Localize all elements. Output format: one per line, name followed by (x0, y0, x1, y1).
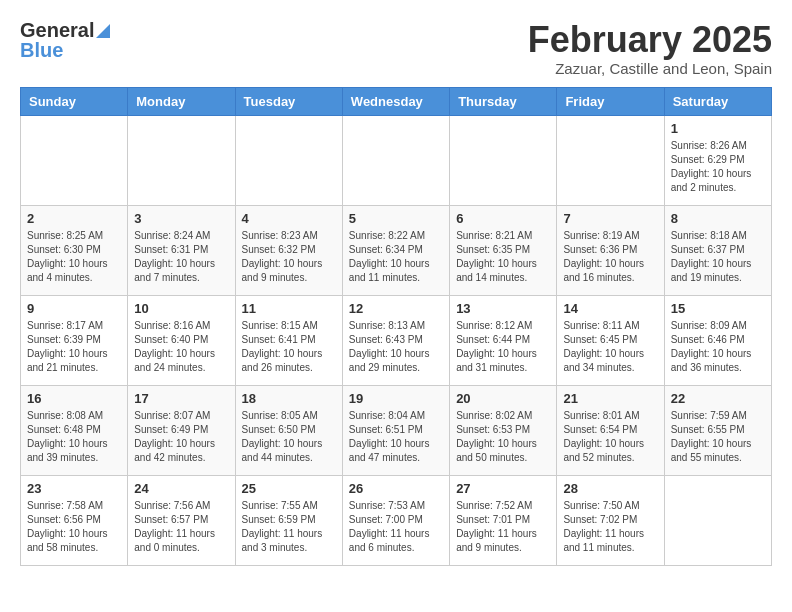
day-number: 24 (134, 481, 228, 496)
day-info: Sunrise: 8:04 AM Sunset: 6:51 PM Dayligh… (349, 409, 443, 465)
day-number: 19 (349, 391, 443, 406)
table-cell (128, 115, 235, 205)
week-row-5: 23Sunrise: 7:58 AM Sunset: 6:56 PM Dayli… (21, 475, 772, 565)
table-cell: 19Sunrise: 8:04 AM Sunset: 6:51 PM Dayli… (342, 385, 449, 475)
day-number: 14 (563, 301, 657, 316)
day-info: Sunrise: 8:24 AM Sunset: 6:31 PM Dayligh… (134, 229, 228, 285)
day-number: 3 (134, 211, 228, 226)
week-row-1: 1Sunrise: 8:26 AM Sunset: 6:29 PM Daylig… (21, 115, 772, 205)
table-cell: 5Sunrise: 8:22 AM Sunset: 6:34 PM Daylig… (342, 205, 449, 295)
table-cell: 28Sunrise: 7:50 AM Sunset: 7:02 PM Dayli… (557, 475, 664, 565)
table-cell: 9Sunrise: 8:17 AM Sunset: 6:39 PM Daylig… (21, 295, 128, 385)
day-number: 20 (456, 391, 550, 406)
col-wednesday: Wednesday (342, 87, 449, 115)
day-number: 6 (456, 211, 550, 226)
table-cell: 1Sunrise: 8:26 AM Sunset: 6:29 PM Daylig… (664, 115, 771, 205)
day-info: Sunrise: 8:22 AM Sunset: 6:34 PM Dayligh… (349, 229, 443, 285)
table-cell: 22Sunrise: 7:59 AM Sunset: 6:55 PM Dayli… (664, 385, 771, 475)
day-info: Sunrise: 8:12 AM Sunset: 6:44 PM Dayligh… (456, 319, 550, 375)
day-info: Sunrise: 8:11 AM Sunset: 6:45 PM Dayligh… (563, 319, 657, 375)
day-info: Sunrise: 8:15 AM Sunset: 6:41 PM Dayligh… (242, 319, 336, 375)
day-number: 18 (242, 391, 336, 406)
table-cell: 17Sunrise: 8:07 AM Sunset: 6:49 PM Dayli… (128, 385, 235, 475)
table-cell: 8Sunrise: 8:18 AM Sunset: 6:37 PM Daylig… (664, 205, 771, 295)
day-info: Sunrise: 8:07 AM Sunset: 6:49 PM Dayligh… (134, 409, 228, 465)
table-cell: 26Sunrise: 7:53 AM Sunset: 7:00 PM Dayli… (342, 475, 449, 565)
table-cell: 20Sunrise: 8:02 AM Sunset: 6:53 PM Dayli… (450, 385, 557, 475)
day-number: 4 (242, 211, 336, 226)
day-number: 28 (563, 481, 657, 496)
day-info: Sunrise: 8:19 AM Sunset: 6:36 PM Dayligh… (563, 229, 657, 285)
day-info: Sunrise: 8:05 AM Sunset: 6:50 PM Dayligh… (242, 409, 336, 465)
day-number: 16 (27, 391, 121, 406)
day-number: 12 (349, 301, 443, 316)
day-info: Sunrise: 7:50 AM Sunset: 7:02 PM Dayligh… (563, 499, 657, 555)
day-info: Sunrise: 8:02 AM Sunset: 6:53 PM Dayligh… (456, 409, 550, 465)
calendar-location: Zazuar, Castille and Leon, Spain (528, 60, 772, 77)
calendar-header-row: Sunday Monday Tuesday Wednesday Thursday… (21, 87, 772, 115)
day-number: 15 (671, 301, 765, 316)
day-info: Sunrise: 8:08 AM Sunset: 6:48 PM Dayligh… (27, 409, 121, 465)
day-number: 23 (27, 481, 121, 496)
logo-general-text: General (20, 20, 94, 40)
table-cell: 7Sunrise: 8:19 AM Sunset: 6:36 PM Daylig… (557, 205, 664, 295)
table-cell (450, 115, 557, 205)
table-cell (235, 115, 342, 205)
table-cell: 14Sunrise: 8:11 AM Sunset: 6:45 PM Dayli… (557, 295, 664, 385)
svg-marker-0 (96, 24, 110, 38)
day-number: 13 (456, 301, 550, 316)
table-cell: 11Sunrise: 8:15 AM Sunset: 6:41 PM Dayli… (235, 295, 342, 385)
day-info: Sunrise: 8:26 AM Sunset: 6:29 PM Dayligh… (671, 139, 765, 195)
day-number: 8 (671, 211, 765, 226)
day-number: 21 (563, 391, 657, 406)
day-info: Sunrise: 8:21 AM Sunset: 6:35 PM Dayligh… (456, 229, 550, 285)
day-info: Sunrise: 7:55 AM Sunset: 6:59 PM Dayligh… (242, 499, 336, 555)
table-cell: 10Sunrise: 8:16 AM Sunset: 6:40 PM Dayli… (128, 295, 235, 385)
calendar-title-block: February 2025 Zazuar, Castille and Leon,… (528, 20, 772, 77)
table-cell: 25Sunrise: 7:55 AM Sunset: 6:59 PM Dayli… (235, 475, 342, 565)
day-number: 2 (27, 211, 121, 226)
table-cell: 27Sunrise: 7:52 AM Sunset: 7:01 PM Dayli… (450, 475, 557, 565)
day-number: 5 (349, 211, 443, 226)
page-header: General Blue February 2025 Zazuar, Casti… (20, 20, 772, 77)
day-number: 17 (134, 391, 228, 406)
col-sunday: Sunday (21, 87, 128, 115)
logo-blue-text: Blue (20, 40, 63, 60)
table-cell: 16Sunrise: 8:08 AM Sunset: 6:48 PM Dayli… (21, 385, 128, 475)
week-row-2: 2Sunrise: 8:25 AM Sunset: 6:30 PM Daylig… (21, 205, 772, 295)
table-cell (342, 115, 449, 205)
logo: General Blue (20, 20, 110, 60)
table-cell: 2Sunrise: 8:25 AM Sunset: 6:30 PM Daylig… (21, 205, 128, 295)
day-number: 25 (242, 481, 336, 496)
table-cell (664, 475, 771, 565)
week-row-4: 16Sunrise: 8:08 AM Sunset: 6:48 PM Dayli… (21, 385, 772, 475)
col-thursday: Thursday (450, 87, 557, 115)
day-info: Sunrise: 8:01 AM Sunset: 6:54 PM Dayligh… (563, 409, 657, 465)
day-info: Sunrise: 8:25 AM Sunset: 6:30 PM Dayligh… (27, 229, 121, 285)
day-info: Sunrise: 8:17 AM Sunset: 6:39 PM Dayligh… (27, 319, 121, 375)
table-cell: 23Sunrise: 7:58 AM Sunset: 6:56 PM Dayli… (21, 475, 128, 565)
day-number: 1 (671, 121, 765, 136)
day-number: 9 (27, 301, 121, 316)
table-cell: 4Sunrise: 8:23 AM Sunset: 6:32 PM Daylig… (235, 205, 342, 295)
day-number: 27 (456, 481, 550, 496)
table-cell: 21Sunrise: 8:01 AM Sunset: 6:54 PM Dayli… (557, 385, 664, 475)
day-info: Sunrise: 7:52 AM Sunset: 7:01 PM Dayligh… (456, 499, 550, 555)
col-saturday: Saturday (664, 87, 771, 115)
day-info: Sunrise: 8:13 AM Sunset: 6:43 PM Dayligh… (349, 319, 443, 375)
day-number: 26 (349, 481, 443, 496)
table-cell: 13Sunrise: 8:12 AM Sunset: 6:44 PM Dayli… (450, 295, 557, 385)
calendar-table: Sunday Monday Tuesday Wednesday Thursday… (20, 87, 772, 566)
day-number: 10 (134, 301, 228, 316)
table-cell: 18Sunrise: 8:05 AM Sunset: 6:50 PM Dayli… (235, 385, 342, 475)
day-info: Sunrise: 7:53 AM Sunset: 7:00 PM Dayligh… (349, 499, 443, 555)
table-cell: 6Sunrise: 8:21 AM Sunset: 6:35 PM Daylig… (450, 205, 557, 295)
day-info: Sunrise: 8:09 AM Sunset: 6:46 PM Dayligh… (671, 319, 765, 375)
day-info: Sunrise: 8:16 AM Sunset: 6:40 PM Dayligh… (134, 319, 228, 375)
col-friday: Friday (557, 87, 664, 115)
table-cell: 12Sunrise: 8:13 AM Sunset: 6:43 PM Dayli… (342, 295, 449, 385)
day-info: Sunrise: 8:18 AM Sunset: 6:37 PM Dayligh… (671, 229, 765, 285)
day-info: Sunrise: 8:23 AM Sunset: 6:32 PM Dayligh… (242, 229, 336, 285)
col-monday: Monday (128, 87, 235, 115)
table-cell: 15Sunrise: 8:09 AM Sunset: 6:46 PM Dayli… (664, 295, 771, 385)
